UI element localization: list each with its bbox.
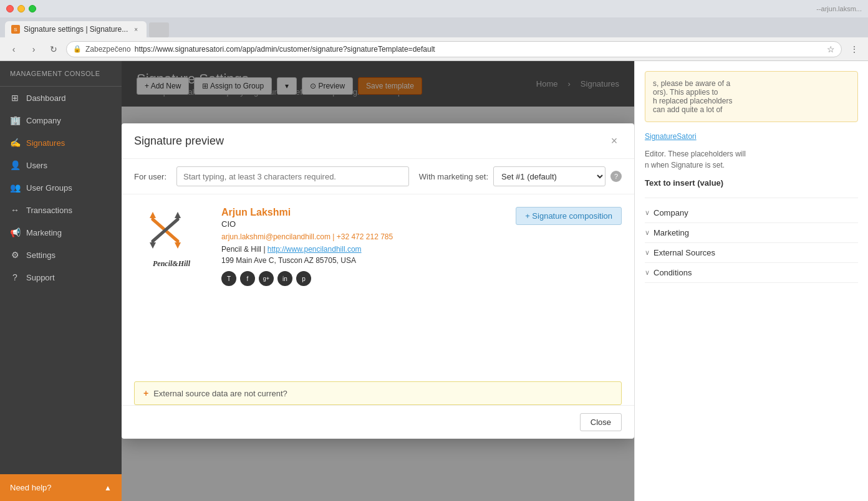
browser-tab[interactable]: S Signature settings | Signature... × [5, 21, 147, 37]
linkedin-icon[interactable]: in [277, 271, 292, 286]
sidebar-item-dashboard[interactable]: ⊞ Dashboard [0, 87, 122, 109]
marketing-set-select[interactable]: Set #1 (default) Set #2 Set #3 [493, 166, 605, 186]
logo-svg [134, 207, 196, 257]
for-user-input[interactable] [176, 166, 409, 186]
modal-title: Signature preview [134, 135, 224, 148]
modal-close-button[interactable]: × [607, 133, 622, 148]
back-button[interactable]: ‹ [6, 42, 21, 57]
external-source-text: External source data are not current? [153, 389, 287, 398]
transactions-icon: ↔ [10, 205, 20, 215]
rp-warning-text: s, please be aware of a [653, 79, 730, 88]
modal-header: Signature preview × [122, 123, 634, 159]
sig-phone: +32 472 212 785 [337, 232, 393, 241]
signaturesatori-link[interactable]: SignatureSatori [645, 132, 697, 141]
sidebar-label-support: Support [26, 273, 55, 282]
svg-marker-2 [150, 212, 156, 218]
need-help-button[interactable]: Need help? ▲ [0, 474, 122, 501]
dashboard-icon: ⊞ [10, 93, 20, 103]
rp-body-text: Editor. These placeholders willn when Si… [645, 148, 858, 171]
forward-button[interactable]: › [26, 42, 41, 57]
need-help-label: Need help? [10, 483, 52, 492]
browser-toolbar: ‹ › ↻ 🔒 Zabezpečeno https://www.signatur… [0, 37, 868, 61]
svg-marker-5 [175, 242, 181, 249]
users-icon: 👤 [10, 160, 20, 170]
close-modal-button[interactable]: Close [580, 413, 622, 431]
bookmark-icon[interactable]: ☆ [827, 44, 835, 54]
browser-titlebar: --arjun.laksm... [0, 0, 868, 17]
address-bar[interactable]: 🔒 Zabezpečeno https://www.signaturesator… [66, 41, 842, 57]
marketing-set-group: With marketing set: Set #1 (default) Set… [419, 166, 622, 186]
sidebar-item-users[interactable]: 👤 Users [0, 154, 122, 176]
help-icon[interactable]: ? [610, 171, 622, 182]
facebook-icon[interactable]: f [240, 271, 255, 286]
marketing-icon: 📢 [10, 227, 20, 237]
rp-section-label-marketing: Marketing [653, 228, 689, 237]
svg-marker-3 [150, 242, 156, 249]
chevron-up-icon: ▲ [104, 484, 112, 492]
modal-overlay: Signature preview × For user: With marke… [122, 61, 634, 501]
reload-button[interactable]: ↻ [46, 42, 61, 57]
sidebar-label-user-groups: User Groups [26, 183, 72, 193]
signature-composition-button[interactable]: + Signature composition [516, 207, 622, 225]
traffic-light-maximize[interactable] [29, 5, 36, 12]
signature-details: Arjun Lakshmi CIO arjun.lakshmi@pencilan… [221, 207, 503, 286]
tab-favicon: S [11, 25, 20, 34]
googleplus-icon[interactable]: g+ [259, 271, 274, 286]
signature-logo: Pencil&Hill [134, 207, 209, 269]
sidebar-item-support[interactable]: ? Support [0, 266, 122, 289]
tab-title: Signature settings | Signature... [24, 25, 128, 34]
sig-title: CIO [221, 219, 503, 229]
marketing-set-label: With marketing set: [419, 172, 488, 181]
sidebar-item-user-groups[interactable]: 👥 User Groups [0, 176, 122, 199]
right-panel-content: s, please be aware of a ors). This appli… [635, 61, 868, 293]
rp-section-marketing[interactable]: ∨ Marketing [645, 223, 858, 243]
rp-section-external-sources[interactable]: ∨ External Sources [645, 243, 858, 263]
chevron-down-icon-conditions: ∨ [645, 269, 650, 277]
signature-preview-modal: Signature preview × For user: With marke… [122, 123, 634, 439]
menu-button[interactable]: ⋮ [847, 42, 862, 57]
new-tab-button[interactable] [149, 22, 169, 37]
rp-section-conditions[interactable]: ∨ Conditions [645, 263, 858, 283]
tab-close-button[interactable]: × [132, 25, 140, 34]
rp-section-label-company: Company [653, 208, 688, 217]
sig-email: arjun.lakshmi@pencilandhill.com | +32 47… [221, 232, 503, 241]
sidebar-label-company: Company [26, 116, 61, 125]
sig-name: Arjun Lakshmi [221, 207, 503, 218]
sidebar-item-company[interactable]: 🏢 Company [0, 109, 122, 131]
signatures-icon: ✍ [10, 138, 20, 148]
sidebar-item-signatures[interactable]: ✍ Signatures [0, 131, 122, 154]
twitter-icon[interactable]: T [221, 271, 236, 286]
sidebar: Management Console ⊞ Dashboard 🏢 Company… [0, 61, 122, 501]
sidebar-label-users: Users [26, 161, 47, 170]
sidebar-label-marketing: Marketing [26, 228, 62, 237]
rp-warning-text3: h replaced placeholders [653, 97, 732, 105]
right-panel: s, please be aware of a ors). This appli… [634, 61, 868, 501]
traffic-light-minimize[interactable] [17, 5, 25, 12]
secure-label: Zabezpečeno [85, 45, 131, 54]
sidebar-item-settings[interactable]: ⚙ Settings [0, 244, 122, 266]
sig-company: Pencil & Hill | http://www.pencilandhill… [221, 245, 503, 254]
sidebar-brand: Management Console [0, 61, 122, 87]
browser-chrome: --arjun.laksm... S Signature settings | … [0, 0, 868, 61]
external-source-bar[interactable]: + External source data are not current? [134, 381, 622, 405]
rp-link-text: SignatureSatori [645, 132, 858, 141]
rp-section-label-conditions: Conditions [653, 268, 692, 277]
pinterest-icon[interactable]: p [296, 271, 311, 286]
sidebar-item-marketing[interactable]: 📢 Marketing [0, 221, 122, 244]
sig-website[interactable]: http://www.pencilandhill.com [268, 245, 362, 254]
app-container: Management Console ⊞ Dashboard 🏢 Company… [0, 61, 868, 501]
insert-label: Text to insert (value) [645, 178, 858, 188]
modal-form-row: For user: With marketing set: Set #1 (de… [122, 159, 634, 194]
url-text: https://www.signaturesatori.com/app/admi… [135, 45, 435, 54]
company-icon: 🏢 [10, 115, 20, 125]
sidebar-label-settings: Settings [26, 250, 55, 260]
for-user-label: For user: [134, 172, 166, 181]
sidebar-item-transactions[interactable]: ↔ Transactions [0, 199, 122, 221]
traffic-light-close[interactable] [6, 5, 14, 12]
chevron-down-icon-company: ∨ [645, 209, 650, 217]
sig-email-text: arjun.lakshmi@pencilandhill.com [221, 232, 330, 241]
rp-warning-text4: can add quite a lot of [653, 105, 722, 114]
settings-icon: ⚙ [10, 250, 20, 260]
sig-company-name: Pencil & Hill [221, 245, 261, 254]
rp-section-company[interactable]: ∨ Company [645, 203, 858, 223]
